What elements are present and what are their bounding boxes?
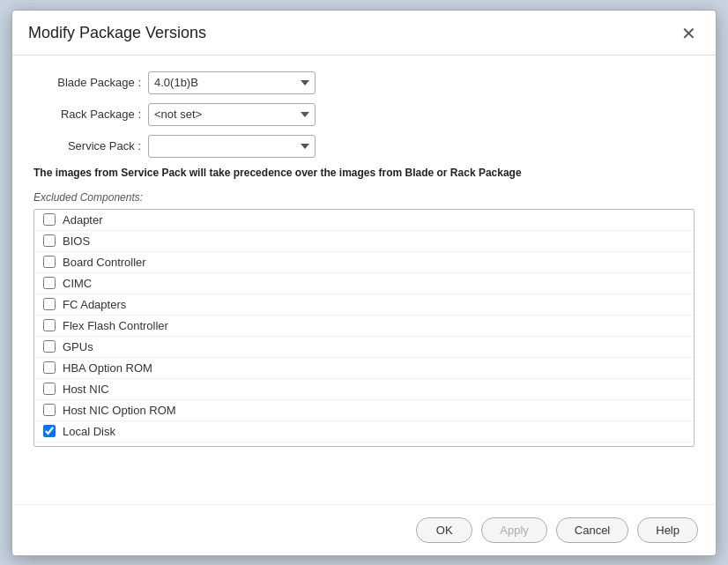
blade-package-label: Blade Package : [33, 76, 148, 89]
checkbox-flex-flash-controller[interactable] [43, 319, 56, 331]
service-pack-select[interactable] [148, 135, 316, 158]
checkbox-bios[interactable] [43, 234, 56, 247]
dialog-header: Modify Package Versions ✕ [12, 11, 716, 56]
list-item: Board Controller [34, 252, 694, 273]
checkbox-label-nvme-mswitch-firmware[interactable]: NVME Mswitch Firmware [63, 446, 191, 447]
service-pack-label: Service Pack : [33, 139, 148, 152]
excluded-components-section: Excluded Components: AdapterBIOSBoard Co… [33, 191, 695, 447]
checkbox-fc-adapters[interactable] [43, 298, 56, 310]
checkbox-label-fc-adapters[interactable]: FC Adapters [63, 298, 126, 311]
dialog-overlay: Modify Package Versions ✕ Blade Package … [0, 0, 728, 565]
dialog-body: Blade Package : 4.0(1b)B Rack Package : … [12, 56, 716, 504]
ok-button[interactable]: OK [416, 517, 472, 543]
checkbox-label-host-nic[interactable]: Host NIC [63, 383, 109, 396]
checkbox-label-flex-flash-controller[interactable]: Flex Flash Controller [63, 319, 168, 332]
list-item: BIOS [34, 231, 694, 252]
list-item: CIMC [34, 273, 694, 294]
checkbox-list: AdapterBIOSBoard ControllerCIMCFC Adapte… [34, 210, 694, 447]
checkbox-label-local-disk[interactable]: Local Disk [63, 425, 115, 438]
service-pack-row: Service Pack : [33, 135, 695, 158]
list-item: FC Adapters [34, 294, 694, 316]
checkbox-host-nic-option-rom[interactable] [43, 404, 56, 416]
blade-package-select[interactable]: 4.0(1b)B [148, 71, 316, 94]
checkbox-local-disk[interactable] [43, 425, 56, 437]
checkbox-cimc[interactable] [43, 277, 56, 289]
checkbox-label-adapter[interactable]: Adapter [63, 213, 103, 227]
notice-text: The images from Service Pack will take p… [33, 167, 695, 179]
blade-package-row: Blade Package : 4.0(1b)B [33, 71, 695, 94]
apply-button[interactable]: Apply [481, 517, 547, 543]
checkbox-gpus[interactable] [43, 340, 56, 353]
list-item: HBA Option ROM [34, 358, 694, 379]
checkbox-list-container[interactable]: AdapterBIOSBoard ControllerCIMCFC Adapte… [33, 209, 695, 447]
checkbox-host-nic[interactable] [43, 383, 56, 395]
list-item: Host NIC Option ROM [34, 400, 694, 421]
list-item: NVME Mswitch Firmware [34, 442, 694, 447]
checkbox-board-controller[interactable] [43, 256, 56, 268]
checkbox-label-board-controller[interactable]: Board Controller [63, 256, 146, 269]
close-button[interactable]: ✕ [678, 23, 700, 44]
list-item: GPUs [34, 337, 694, 358]
excluded-components-label: Excluded Components: [33, 191, 695, 204]
rack-package-label: Rack Package : [33, 108, 148, 121]
list-item: Local Disk [34, 421, 694, 442]
rack-package-select[interactable]: <not set> [148, 103, 316, 126]
checkbox-hba-option-rom[interactable] [43, 361, 56, 374]
dialog-footer: OK Apply Cancel Help [12, 504, 716, 555]
checkbox-label-gpus[interactable]: GPUs [63, 340, 93, 353]
help-button[interactable]: Help [637, 517, 698, 543]
modify-package-versions-dialog: Modify Package Versions ✕ Blade Package … [11, 10, 717, 556]
list-item: Adapter [34, 210, 694, 231]
dialog-title: Modify Package Versions [28, 24, 206, 42]
list-item: Host NIC [34, 379, 694, 400]
rack-package-row: Rack Package : <not set> [33, 103, 695, 126]
checkbox-label-host-nic-option-rom[interactable]: Host NIC Option ROM [63, 404, 176, 417]
checkbox-label-bios[interactable]: BIOS [63, 234, 90, 248]
checkbox-nvme-mswitch-firmware[interactable] [43, 446, 56, 447]
checkbox-adapter[interactable] [43, 213, 56, 226]
cancel-button[interactable]: Cancel [556, 517, 628, 543]
list-item: Flex Flash Controller [34, 316, 694, 337]
checkbox-label-cimc[interactable]: CIMC [63, 277, 92, 290]
checkbox-label-hba-option-rom[interactable]: HBA Option ROM [63, 361, 152, 375]
